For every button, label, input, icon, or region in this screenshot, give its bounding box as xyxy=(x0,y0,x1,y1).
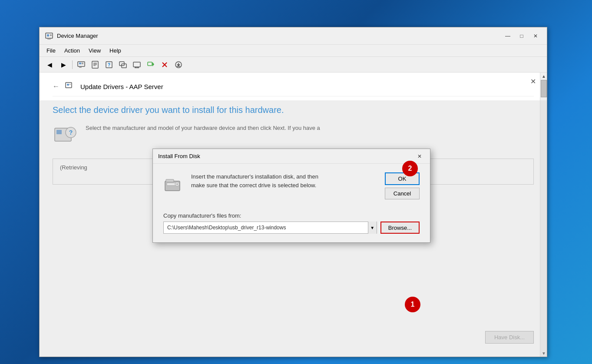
copy-from-input[interactable]: C:\Users\Mahesh\Desktop\usb_driver_r13-w… xyxy=(163,222,377,234)
dialog-message: Insert the manufacturer's installation d… xyxy=(191,172,378,189)
svg-rect-22 xyxy=(133,62,140,67)
dialog-title-bar: Install From Disk ✕ xyxy=(153,149,430,164)
svg-rect-26 xyxy=(148,62,152,66)
scrollbar-up-arrow[interactable]: ▲ xyxy=(540,73,547,79)
panel-close-button[interactable]: ✕ xyxy=(528,76,538,86)
panel-title: Update Drivers - AAP Server xyxy=(80,83,163,90)
toolbar-back-button[interactable]: ◀ xyxy=(43,59,56,70)
dropdown-arrow[interactable]: ▼ xyxy=(368,222,377,234)
dialog-bottom-section: Copy manufacturer's files from: C:\Users… xyxy=(163,212,420,234)
svg-rect-43 xyxy=(166,179,174,182)
copy-from-value: C:\Users\Mahesh\Desktop\usb_driver_r13-w… xyxy=(164,225,368,231)
dialog-message-line2: make sure that the correct drive is sele… xyxy=(191,181,378,190)
toolbar-download-button[interactable] xyxy=(172,59,185,70)
toolbar-help-button[interactable]: ? xyxy=(103,59,116,70)
panel-back-arrow[interactable]: ← xyxy=(53,83,60,90)
toolbar-device-manager-button[interactable] xyxy=(75,59,88,70)
copy-from-row: C:\Users\Mahesh\Desktop\usb_driver_r13-w… xyxy=(163,222,420,234)
window-title: Device Manager xyxy=(57,33,98,39)
menu-action[interactable]: Action xyxy=(61,46,83,55)
device-manager-window: Device Manager — □ ✕ File Action View He… xyxy=(39,27,547,357)
title-bar: Device Manager — □ ✕ xyxy=(40,27,547,45)
badge-2: 2 xyxy=(402,161,418,176)
panel-device-icon xyxy=(65,81,75,92)
badge-1: 1 xyxy=(405,297,420,312)
svg-rect-35 xyxy=(67,84,69,86)
toolbar-properties-button[interactable] xyxy=(89,59,102,70)
panel-header: ← Update Drivers - AAP Server xyxy=(53,81,534,96)
device-manager-icon xyxy=(45,32,53,40)
svg-text:?: ? xyxy=(108,63,110,67)
minimize-button[interactable]: — xyxy=(502,31,514,41)
toolbar-monitor-button[interactable] xyxy=(130,59,143,70)
svg-point-45 xyxy=(176,183,178,185)
menu-help[interactable]: Help xyxy=(106,46,125,55)
toolbar-update-button[interactable] xyxy=(144,59,157,70)
toolbar-forward-button[interactable]: ▶ xyxy=(57,59,70,70)
install-from-disk-dialog: Install From Disk ✕ xyxy=(152,149,430,243)
dialog-buttons: OK Cancel xyxy=(385,172,420,199)
dialog-body: Insert the manufacturer's installation d… xyxy=(153,164,430,242)
cancel-button[interactable]: Cancel xyxy=(385,188,420,199)
menu-file[interactable]: File xyxy=(43,46,59,55)
maximize-button[interactable]: □ xyxy=(516,31,528,41)
scrollbar-thumb[interactable] xyxy=(541,80,547,97)
copy-from-label: Copy manufacturer's files from: xyxy=(163,212,420,219)
svg-rect-7 xyxy=(79,63,81,64)
svg-rect-1 xyxy=(47,34,49,36)
toolbar: ◀ ▶ ? xyxy=(40,57,547,73)
window-close-button[interactable]: ✕ xyxy=(529,31,542,41)
browse-button[interactable]: Browse... xyxy=(380,222,420,234)
dialog-message-line1: Insert the manufacturer's installation d… xyxy=(191,172,378,181)
menu-view[interactable]: View xyxy=(85,46,104,55)
toolbar-separator-1 xyxy=(72,60,73,69)
title-bar-left: Device Manager xyxy=(45,32,98,40)
toolbar-uninstall-button[interactable] xyxy=(158,59,171,70)
dialog-top-section: Insert the manufacturer's installation d… xyxy=(163,172,420,199)
dialog-title: Install From Disk xyxy=(158,153,200,159)
svg-marker-27 xyxy=(152,62,154,66)
menu-bar: File Action View Help xyxy=(40,45,547,57)
title-bar-controls: — □ ✕ xyxy=(502,31,542,41)
dialog-close-button[interactable]: ✕ xyxy=(414,152,425,161)
disk-icon xyxy=(163,172,184,193)
window-content: ✕ ← Update Drivers - AAP Server Select t… xyxy=(40,73,547,357)
toolbar-scan-button[interactable] xyxy=(116,59,129,70)
